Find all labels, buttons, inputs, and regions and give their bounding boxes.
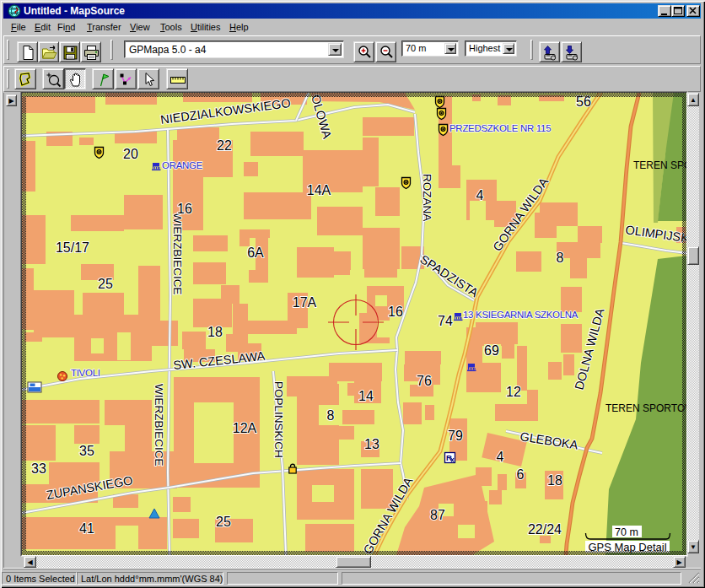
svg-text:76: 76 [417, 374, 432, 388]
svg-text:87: 87 [430, 508, 445, 522]
svg-text:41: 41 [79, 521, 94, 536]
svg-text:TEREN SPOR: TEREN SPOR [633, 159, 686, 171]
svg-text:25: 25 [98, 277, 113, 291]
svg-text:4: 4 [497, 450, 504, 464]
svg-text:8: 8 [557, 251, 564, 265]
svg-text:8: 8 [327, 408, 335, 423]
svg-text:WIERZBIECICE: WIERZBIECICE [153, 384, 165, 467]
svg-text:35: 35 [79, 444, 94, 458]
svg-text:18: 18 [207, 325, 223, 339]
svg-text:70 m: 70 m [615, 526, 638, 538]
svg-text:TIVOLI: TIVOLI [71, 368, 100, 378]
svg-text:18: 18 [547, 473, 562, 488]
svg-text:16: 16 [388, 305, 403, 319]
svg-text:20: 20 [123, 147, 138, 161]
svg-text:14: 14 [358, 389, 374, 403]
svg-text:POPLINSKICH: POPLINSKICH [272, 381, 285, 458]
svg-text:16: 16 [177, 202, 192, 216]
svg-text:12: 12 [506, 385, 521, 399]
svg-text:69: 69 [484, 343, 499, 358]
svg-text:ORANGE: ORANGE [162, 160, 203, 170]
svg-text:PRZEDSZKOLE NR 115: PRZEDSZKOLE NR 115 [449, 123, 551, 133]
svg-text:4: 4 [476, 188, 484, 202]
svg-text:6A: 6A [247, 245, 264, 260]
svg-text:79: 79 [448, 429, 463, 443]
svg-text:22/24: 22/24 [528, 522, 562, 537]
svg-text:13 KSIEGARNIA SZKOLNA: 13 KSIEGARNIA SZKOLNA [463, 310, 579, 320]
svg-text:12A: 12A [233, 421, 257, 435]
svg-text:ROZANA: ROZANA [421, 174, 433, 221]
svg-text:74: 74 [438, 314, 453, 328]
svg-text:17A: 17A [293, 295, 317, 310]
svg-text:15/17: 15/17 [56, 240, 89, 255]
svg-text:TEREN SPORTOWE: TEREN SPORTOWE [605, 402, 686, 414]
svg-text:22: 22 [217, 138, 232, 153]
svg-text:25: 25 [216, 515, 231, 529]
svg-text:14A: 14A [307, 183, 331, 197]
svg-text:WIERZBIECICE: WIERZBIECICE [171, 213, 184, 295]
svg-text:6: 6 [517, 467, 525, 482]
svg-text:33: 33 [31, 461, 46, 476]
svg-text:13: 13 [364, 437, 379, 451]
